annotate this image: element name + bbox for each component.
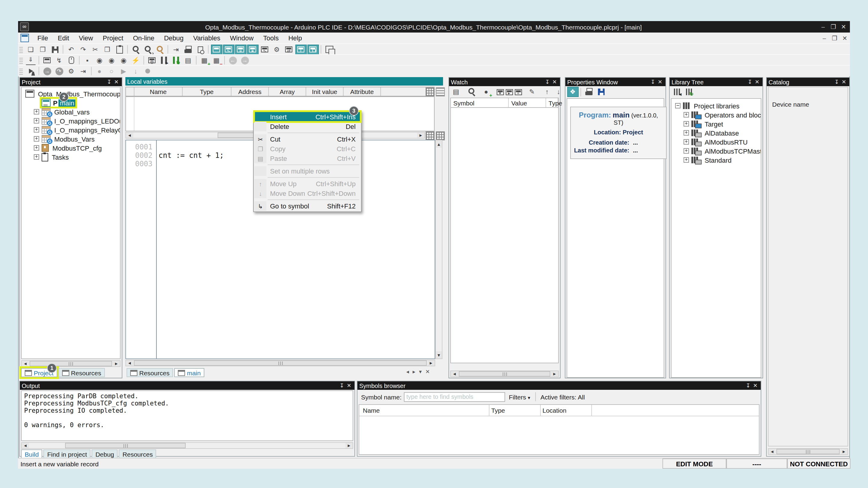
output-log[interactable]: Preprocessing ParDB completed.Preprocess… (21, 390, 353, 441)
expander-icon[interactable]: + (34, 118, 39, 124)
toggle-text-window-button[interactable]: I (295, 44, 307, 55)
advanced-view-button[interactable]: ❖ (567, 87, 578, 97)
refresh-libraries-button[interactable]: ↻ (683, 87, 695, 97)
expander-icon[interactable]: + (34, 145, 39, 151)
scroll-thumb[interactable] (65, 443, 186, 448)
tree-item-tasks[interactable]: +Tasks (23, 153, 120, 161)
close-button[interactable]: ✕ (838, 24, 849, 30)
output-tab-build[interactable]: Build (21, 450, 42, 458)
tab-list-icon[interactable]: ▾ (419, 369, 422, 375)
go-to-position-button[interactable]: ⇥ (170, 44, 182, 55)
pin-icon[interactable]: ↧ (833, 79, 840, 85)
close-icon[interactable]: ✕ (753, 79, 761, 85)
expander-icon[interactable]: − (675, 103, 681, 108)
tree-item-opta-modbus-thermocouple-project[interactable]: Opta_Modbus_Thermocouple Project (23, 89, 120, 98)
menu-view[interactable]: View (74, 33, 98, 43)
document-tab-main[interactable]: main (174, 368, 204, 377)
context-menu-item-insert[interactable]: InsertCtrl+Shift+Ins (254, 111, 361, 122)
pin-icon[interactable]: ↧ (744, 383, 752, 389)
symbols-column-name[interactable]: Name (363, 405, 380, 416)
save-project-button[interactable] (49, 44, 61, 55)
scroll-up-icon[interactable] (436, 140, 442, 148)
output-tab-debug[interactable]: Debug (92, 450, 118, 458)
column-header-name[interactable]: Name (134, 87, 183, 96)
print-properties-button[interactable] (583, 87, 595, 97)
project-options-button[interactable]: ▤ (182, 55, 194, 65)
tab-scroll-right-icon[interactable]: ▸ (412, 369, 415, 375)
grid-key-icon[interactable] (436, 131, 445, 140)
open-project-button[interactable]: ❐ (37, 44, 49, 55)
device-connection-settings-button[interactable]: ⋯ (41, 55, 53, 65)
close-icon[interactable]: ✕ (551, 79, 558, 85)
step-over-button[interactable]: ↷ (53, 66, 65, 76)
find-next-button[interactable]: › (142, 44, 153, 55)
scroll-thumb[interactable] (30, 361, 112, 366)
toggle-source-editor-window-button[interactable]: ∿ (223, 44, 234, 55)
remove-all-items-button[interactable]: ✎ (527, 87, 537, 97)
pin-icon[interactable]: ↧ (649, 79, 656, 85)
toolbar1-grip[interactable] (19, 46, 23, 53)
insert-new-item-button[interactable]: + (514, 87, 522, 97)
simulation-speed-2-button[interactable]: ◉ (106, 55, 117, 65)
menu-tools[interactable]: Tools (258, 33, 283, 43)
scroll-left-icon[interactable] (451, 371, 458, 377)
delete-record-button[interactable]: ▦− (211, 55, 222, 65)
print-preview-button[interactable] (194, 44, 206, 55)
expander-icon[interactable]: + (684, 148, 689, 154)
find-button[interactable] (130, 44, 141, 55)
column-header-attribute[interactable]: Attribute (344, 87, 381, 96)
symbols-column-location[interactable]: Location (542, 405, 566, 416)
column-header-type[interactable]: Type (183, 87, 231, 96)
find-in-project-button[interactable] (154, 44, 165, 55)
restore-button[interactable]: ❐ (828, 24, 838, 30)
editor-hscrollbar[interactable] (125, 360, 435, 366)
scroll-right-icon[interactable] (840, 449, 847, 454)
menu-project[interactable]: Project (98, 33, 128, 43)
watch-column-value[interactable]: Value (509, 98, 546, 107)
insert-record-button[interactable]: ▦+ (198, 55, 210, 65)
menu-variables[interactable]: Variables (188, 33, 225, 43)
toggle-oscilloscope-window-button[interactable]: ∿ (259, 44, 270, 55)
tab-close-icon[interactable]: ✕ (425, 369, 430, 375)
export-watch-list-button[interactable]: ▸ (505, 87, 513, 97)
expander-icon[interactable]: + (684, 157, 689, 163)
new-document-button[interactable]: ❏ (25, 44, 36, 55)
move-item-down-button[interactable]: ↓ (553, 87, 564, 97)
grid-view-icon[interactable] (426, 87, 435, 96)
menu-window[interactable]: Window (225, 33, 258, 43)
tree-item-modbustcp-cfg[interactable]: +ModbusTCP_cfg (23, 143, 120, 153)
move-item-up-button[interactable]: ↑ (541, 87, 553, 97)
library-item-aldatabase[interactable]: +AlDatabase (674, 128, 761, 137)
toolbar2-grip[interactable] (19, 57, 23, 64)
expander-icon[interactable]: + (684, 112, 689, 118)
scroll-down-icon[interactable] (436, 351, 442, 358)
run-simulation-button[interactable] (25, 66, 36, 76)
expander-icon[interactable]: + (684, 130, 689, 135)
library-item-target[interactable]: +Target (674, 119, 761, 128)
step-into-button[interactable]: → (41, 66, 53, 76)
editor-vscrollbar[interactable] (435, 140, 442, 359)
filters-button[interactable]: Filters ▾ (509, 393, 530, 400)
scroll-right-icon[interactable] (551, 371, 558, 377)
menu-on-line[interactable]: On-line (128, 33, 159, 43)
watch-list-options-button[interactable]: ▤ (451, 87, 461, 97)
library-item-standard[interactable]: +Standard (674, 156, 761, 164)
scroll-right-icon[interactable] (345, 443, 352, 448)
import-watch-list-button[interactable]: ▾ (496, 87, 504, 97)
expander-icon[interactable]: + (34, 109, 39, 115)
expander-icon[interactable]: + (684, 139, 689, 144)
tree-item-i-o-mappings-relayout[interactable]: +GI_O_mappings_RelayOut (23, 125, 120, 134)
symbols-table[interactable]: NameTypeLocation (359, 404, 760, 455)
download-code-button[interactable]: ⇓ (25, 55, 36, 65)
expander-icon[interactable]: + (34, 154, 39, 160)
column-header-init-value[interactable]: Init value (306, 87, 344, 96)
insert-breakpoint-line-button[interactable]: ⇥ (78, 66, 89, 76)
mdi-minimize-button[interactable]: – (819, 35, 830, 41)
scroll-left-icon[interactable] (126, 360, 133, 366)
find-symbol-button[interactable] (466, 87, 476, 97)
catalog-hscrollbar[interactable] (768, 448, 848, 455)
undo-button[interactable]: ↶ (65, 44, 77, 55)
project-hscrollbar[interactable] (21, 360, 121, 367)
minimize-button[interactable]: – (818, 24, 828, 30)
scroll-right-icon[interactable] (427, 360, 435, 366)
